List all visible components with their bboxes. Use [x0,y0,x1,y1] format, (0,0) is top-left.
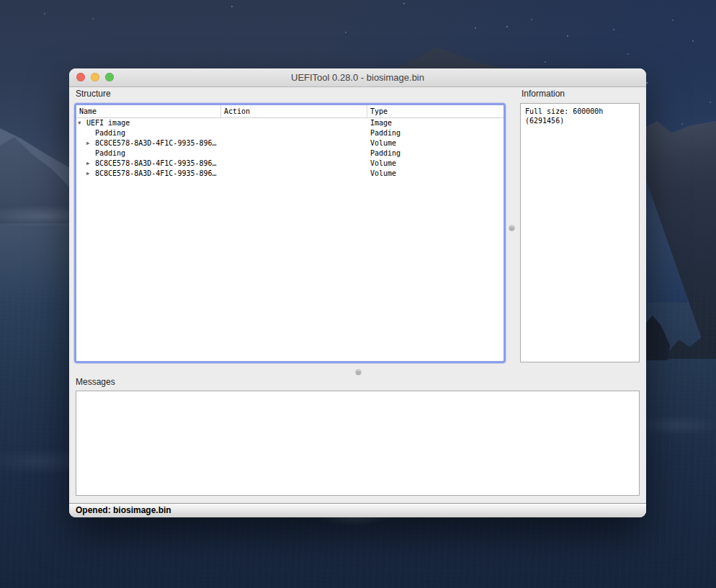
row-name: 8C8CE578-8A3D-4F1C-9935-896… [95,169,217,177]
messages-group-label: Messages [76,377,115,387]
row-type: Volume [367,138,504,148]
horizontal-splitter-handle[interactable] [356,370,361,375]
row-type: Volume [367,169,504,179]
status-text: Opened: biosimage.bin [76,505,171,515]
information-text: Full size: 600000h (6291456) [525,107,639,125]
messages-panel[interactable] [76,391,640,496]
tree-rows: ▼UEFI imageImagePaddingPadding▶8C8CE578-… [76,118,504,179]
tree-row[interactable]: ▼UEFI imageImage [76,118,504,128]
column-header-action[interactable]: Action [221,105,367,117]
information-panel[interactable]: Full size: 600000h (6291456) [520,103,640,362]
row-name: UEFI image [86,119,130,127]
column-header-name[interactable]: Name [76,105,221,117]
row-type: Volume [367,159,504,169]
row-type: Padding [367,148,504,159]
information-group-label: Information [522,89,565,99]
uefitool-window: UEFITool 0.28.0 - biosimage.bin Structur… [69,68,646,517]
expand-arrow-icon[interactable]: ▶ [86,159,95,169]
collapse-arrow-icon[interactable]: ▼ [78,118,86,128]
tree-row[interactable]: ▶8C8CE578-8A3D-4F1C-9935-896…Volume [76,159,504,169]
row-type: Image [367,118,504,128]
row-action [221,148,367,159]
expand-arrow-icon[interactable]: ▶ [86,169,95,179]
title-bar[interactable]: UEFITool 0.28.0 - biosimage.bin [69,68,646,87]
expand-arrow-icon[interactable]: ▶ [86,138,95,148]
structure-tree[interactable]: Name Action Type ▼UEFI imageImagePadding… [74,103,506,363]
row-name: 8C8CE578-8A3D-4F1C-9935-896… [95,159,217,167]
row-name: Padding [95,149,125,157]
row-action [221,169,367,179]
status-bar: Opened: biosimage.bin [69,503,646,517]
row-action [221,138,367,148]
tree-header[interactable]: Name Action Type [76,105,504,118]
row-name: Padding [95,129,125,137]
row-type: Padding [367,128,504,138]
row-action [221,118,367,128]
row-name: 8C8CE578-8A3D-4F1C-9935-896… [95,139,217,147]
column-header-type[interactable]: Type [367,105,504,117]
window-title: UEFITool 0.28.0 - biosimage.bin [69,68,646,86]
row-action [221,128,367,138]
tree-row[interactable]: ▶8C8CE578-8A3D-4F1C-9935-896…Volume [76,138,504,148]
tree-row[interactable]: PaddingPadding [76,128,504,138]
tree-row[interactable]: PaddingPadding [76,148,504,159]
row-action [221,159,367,169]
tree-row[interactable]: ▶8C8CE578-8A3D-4F1C-9935-896…Volume [76,169,504,179]
structure-group-label: Structure [76,89,111,99]
vertical-splitter-handle[interactable] [509,226,514,231]
